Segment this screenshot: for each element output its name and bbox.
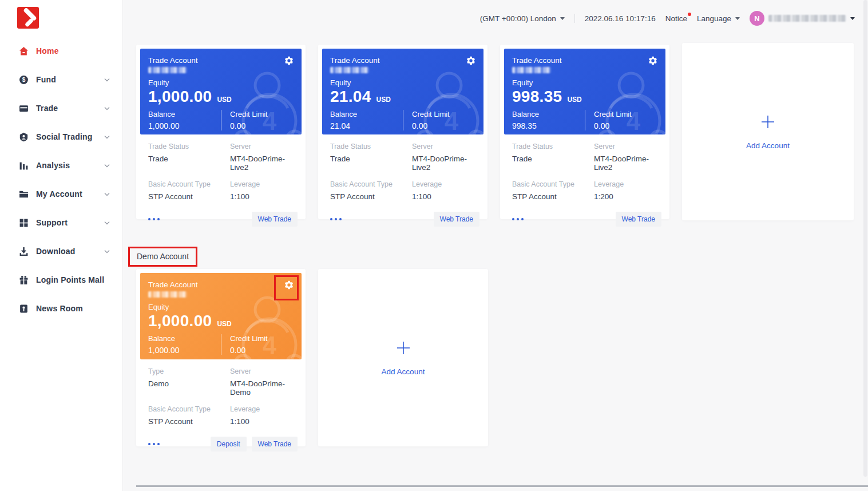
leverage-label: Leverage — [230, 405, 298, 413]
server-label: Server — [594, 142, 661, 151]
sidebar-item-my-account[interactable]: My Account — [0, 180, 122, 208]
language-dropdown[interactable]: Language — [697, 14, 740, 23]
social-trading-icon — [19, 132, 29, 142]
add-account-card[interactable]: Add Account — [318, 269, 488, 446]
timezone-label: (GMT +00:00) London — [480, 14, 556, 23]
web-trade-button[interactable]: Web Trade — [434, 212, 479, 227]
more-options-icon[interactable] — [148, 441, 160, 448]
demo-account-section-label-annotation: Demo Account — [128, 247, 197, 267]
divider — [574, 14, 575, 23]
balance-label: Balance — [148, 110, 221, 118]
server-value: MT4-DooPrime-Live2 — [412, 155, 479, 172]
equity-currency: USD — [217, 96, 231, 104]
leverage-value: 1:200 — [594, 192, 661, 201]
web-trade-button[interactable]: Web Trade — [252, 212, 298, 227]
balance-value: 21.04 — [330, 121, 403, 130]
avatar: N — [750, 11, 764, 26]
sidebar-item-analysis[interactable]: Analysis — [0, 151, 122, 180]
news-icon — [19, 304, 29, 314]
add-account-label: Add Account — [382, 367, 425, 376]
server-value: MT4-DooPrime-Live2 — [594, 155, 661, 172]
trade-account-card: Trade Account 4 Equity 1,000.00 USD Bala… — [136, 45, 306, 219]
sidebar-item-news-room[interactable]: News Room — [0, 294, 122, 323]
account-number-blurred — [330, 67, 369, 73]
gear-icon[interactable] — [284, 280, 294, 290]
account-number-blurred — [512, 67, 551, 73]
sidebar-item-login-points-mall[interactable]: Login Points Mall — [0, 266, 122, 294]
topbar: (GMT +00:00) London 2022.06.16 10:17:16 … — [480, 11, 855, 26]
web-trade-button[interactable]: Web Trade — [252, 437, 298, 452]
gear-icon[interactable] — [284, 56, 294, 66]
account-title: Trade Account — [512, 56, 657, 65]
balance-label: Balance — [330, 110, 403, 118]
sidebar-item-fund[interactable]: $ Fund — [0, 65, 122, 94]
chevron-down-icon — [104, 192, 110, 196]
sidebar-item-label: Support — [36, 218, 104, 227]
balance-value: 1,000.00 — [148, 346, 221, 355]
equity-currency: USD — [217, 320, 231, 328]
trade-status-value: Trade — [330, 155, 412, 163]
account-title: Trade Account — [148, 280, 294, 289]
balance-label: Balance — [512, 110, 585, 118]
chevron-down-icon — [850, 17, 855, 20]
leverage-value: 1:100 — [230, 192, 298, 201]
equity-label: Equity — [330, 78, 475, 87]
sidebar-item-label: Download — [36, 247, 104, 256]
credit-limit-value: 0.00 — [412, 121, 475, 130]
notice-label: Notice — [665, 14, 687, 23]
credit-limit-label: Credit Limit — [594, 110, 657, 118]
sidebar-item-label: News Room — [36, 304, 110, 313]
credit-limit-label: Credit Limit — [230, 334, 294, 343]
horizontal-scrollbar[interactable] — [136, 485, 868, 487]
add-account-label: Add Account — [746, 141, 790, 150]
add-account-card[interactable]: Add Account — [682, 43, 854, 220]
notification-dot — [688, 13, 691, 16]
home-icon — [19, 46, 29, 56]
dooprime-logo[interactable] — [17, 7, 39, 29]
leverage-value: 1:100 — [230, 417, 298, 426]
balance-value: 998.35 — [512, 121, 585, 130]
credit-limit-value: 0.00 — [230, 121, 294, 130]
account-number-blurred — [148, 67, 187, 73]
demo-accounts-row: Trade Account 4 Equity 1,000.00 USD Bal — [136, 269, 488, 446]
sidebar-item-home[interactable]: Home — [0, 37, 122, 65]
sidebar-item-social-trading[interactable]: Social Trading — [0, 122, 122, 151]
more-options-icon[interactable] — [330, 216, 342, 223]
server-value: MT4-DooPrime-Demo — [230, 379, 298, 397]
more-options-icon[interactable] — [512, 216, 524, 223]
trade-icon — [19, 104, 29, 113]
sidebar-item-support[interactable]: Support — [0, 208, 122, 237]
plus-icon — [760, 114, 776, 130]
timezone-dropdown[interactable]: (GMT +00:00) London — [480, 14, 565, 23]
gear-icon[interactable] — [648, 56, 658, 66]
my-account-icon — [19, 189, 29, 199]
fund-icon: $ — [19, 75, 29, 85]
trade-status-label: Trade Status — [148, 142, 230, 151]
vertical-scrollbar[interactable] — [863, 0, 867, 477]
leverage-label: Leverage — [230, 180, 298, 188]
sidebar-item-trade[interactable]: Trade — [0, 94, 122, 122]
gift-icon — [19, 275, 29, 285]
server-label: Server — [230, 367, 298, 375]
notice-link[interactable]: Notice — [665, 14, 687, 23]
trade-status-label: Trade Status — [512, 142, 594, 151]
deposit-button[interactable]: Deposit — [211, 437, 247, 452]
account-type-label: Basic Account Type — [148, 405, 230, 413]
more-options-icon[interactable] — [148, 216, 160, 223]
download-icon — [19, 247, 29, 256]
logo-stroke — [25, 18, 34, 27]
account-card-header: Trade Account 4 Equity 21.04 USD Balance — [322, 49, 483, 134]
account-type-label: Basic Account Type — [512, 180, 594, 188]
sidebar-item-label: Home — [36, 46, 110, 56]
account-card-header: Trade Account 4 Equity 1,000.00 USD Bal — [140, 273, 302, 359]
credit-limit-value: 0.00 — [230, 346, 294, 355]
account-title: Trade Account — [330, 56, 475, 65]
chevron-down-icon — [104, 250, 110, 254]
sidebar-item-label: Social Trading — [36, 132, 104, 141]
web-trade-button[interactable]: Web Trade — [616, 212, 661, 227]
trade-account-card: Trade Account 4 Equity 21.04 USD Balance — [318, 45, 487, 219]
sidebar-item-download[interactable]: Download — [0, 237, 122, 266]
user-menu[interactable]: N — [750, 11, 855, 26]
equity-value: 998.35 — [512, 88, 562, 106]
gear-icon[interactable] — [466, 56, 476, 66]
